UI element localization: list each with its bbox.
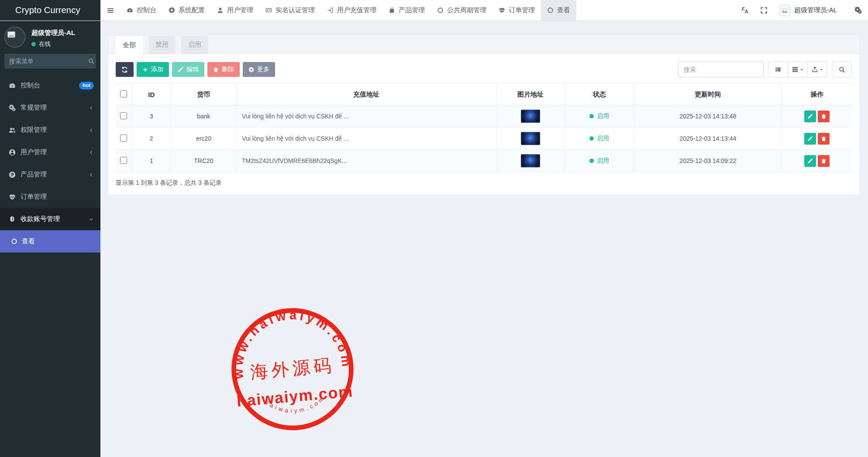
gear-icon xyxy=(169,7,175,14)
hamburger-icon xyxy=(107,7,114,14)
row-checkbox[interactable] xyxy=(120,157,127,164)
cell-status: 启用 xyxy=(565,150,634,172)
topnav-item-user-mgmt[interactable]: 用户管理 xyxy=(211,0,259,21)
avatar[interactable] xyxy=(779,5,790,16)
chevron-left-icon xyxy=(89,150,94,155)
button-label: 编辑 xyxy=(186,66,199,73)
settings-cogs-button[interactable] xyxy=(854,7,862,14)
avatar[interactable] xyxy=(4,27,25,48)
coin-image[interactable] xyxy=(521,110,540,123)
column-header-status[interactable]: 状态 xyxy=(565,84,634,105)
topnav-item-realname-auth[interactable]: 实名认证管理 xyxy=(259,0,321,21)
edit-button[interactable]: 编辑 xyxy=(172,62,204,77)
sidebar-item-payment-account-mgmt[interactable]: 收款账号管理 xyxy=(0,208,100,230)
search-toggle-button[interactable] xyxy=(832,62,852,77)
record-summary: 显示第 1 到第 3 条记录，总共 3 条记录 xyxy=(116,179,852,187)
online-status: 在线 xyxy=(31,40,75,48)
topnav-label: 控制台 xyxy=(137,6,156,14)
cell-address: TM2tsZ42UVfVDMRE6E6Bh22qSgK... xyxy=(236,150,496,172)
table-row[interactable]: 1 TRC20 TM2tsZ42UVfVDMRE6E6Bh22qSgK... 启… xyxy=(116,150,852,172)
select-all-checkbox[interactable] xyxy=(120,90,127,97)
export-button[interactable] xyxy=(807,62,827,77)
row-checkbox[interactable] xyxy=(120,112,127,119)
tab-all[interactable]: 全部 xyxy=(116,36,143,54)
export-icon xyxy=(812,66,818,73)
button-label: 更多 xyxy=(257,66,269,73)
column-header-currency[interactable]: 货币 xyxy=(171,84,236,105)
cell-address: Vui lòng liên hệ với dịch vụ CSKH để ... xyxy=(236,105,496,128)
chevron-left-icon xyxy=(89,172,94,177)
cell-actions xyxy=(782,128,852,150)
refresh-icon xyxy=(121,66,128,73)
topnav-item-order-mgmt[interactable]: 订单管理 xyxy=(493,0,541,21)
sidebar-item-dashboard[interactable]: 控制台hot xyxy=(0,74,100,97)
sidebar-item-user-mgmt[interactable]: 用户管理 xyxy=(0,141,100,163)
translate-button[interactable] xyxy=(741,7,749,14)
caret-down-icon xyxy=(820,68,823,72)
list-detail-icon xyxy=(775,66,781,73)
fullscreen-button[interactable] xyxy=(760,7,768,14)
topnav-username[interactable]: 超级管理员-AL xyxy=(794,6,837,14)
table-search-input[interactable] xyxy=(678,62,764,77)
column-header-address[interactable]: 充值地址 xyxy=(236,84,496,105)
cell-image xyxy=(496,128,565,150)
tab-enabled[interactable]: 启用 xyxy=(181,36,208,54)
cell-image xyxy=(496,150,565,172)
sidebar-item-order-mgmt[interactable]: 订单管理 xyxy=(0,186,100,208)
delete-button[interactable]: 删除 xyxy=(207,62,240,77)
sidebar-toggle-button[interactable] xyxy=(100,0,121,21)
row-delete-button[interactable] xyxy=(818,111,830,122)
topnav-item-public-cycle[interactable]: 公共周期管理 xyxy=(431,0,493,21)
column-header-updated[interactable]: 更新时间 xyxy=(634,84,782,105)
topnav-item-product-mgmt[interactable]: 产品管理 xyxy=(382,0,431,21)
topnav-item-system-config[interactable]: 系统配置 xyxy=(162,0,211,21)
topnav-label: 订单管理 xyxy=(509,6,535,14)
coin-image[interactable] xyxy=(521,154,540,167)
sidebar-item-permission-mgmt[interactable]: 权限管理 xyxy=(0,119,100,141)
row-delete-button[interactable] xyxy=(818,133,830,145)
tab-disabled[interactable]: 禁用 xyxy=(148,36,176,54)
sidebar-item-general-mgmt[interactable]: 常规管理 xyxy=(0,97,100,119)
p-circle-icon xyxy=(8,171,16,178)
column-header-id[interactable]: ID xyxy=(132,84,171,105)
status-badge: 启用 xyxy=(597,157,609,165)
cell-actions xyxy=(782,105,852,128)
topnav-item-user-recharge[interactable]: 用户充值管理 xyxy=(321,0,382,21)
card-body: 添加 编辑 删除 更多 xyxy=(108,54,859,194)
row-delete-button[interactable] xyxy=(818,155,830,167)
circle-icon xyxy=(547,7,554,14)
watermark-main-text: haiwaiym.com xyxy=(236,383,354,410)
chevron-left-icon xyxy=(89,128,94,133)
table-row[interactable]: 3 bank Vui lòng liên hệ với dịch vụ CSKH… xyxy=(116,105,852,128)
cell-updated: 2025-12-03 14:13:48 xyxy=(634,105,782,128)
topnav-label: 实名认证管理 xyxy=(276,6,315,14)
row-edit-button[interactable] xyxy=(804,133,816,145)
sidebar-item-product-mgmt[interactable]: 产品管理 xyxy=(0,163,100,186)
cell-id: 2 xyxy=(132,128,171,150)
menu-label: 查看 xyxy=(22,237,35,246)
row-checkbox[interactable] xyxy=(120,135,127,142)
detail-view-button[interactable] xyxy=(768,62,788,77)
topnav-label: 查看 xyxy=(557,6,570,14)
more-button[interactable]: 更多 xyxy=(243,62,275,77)
topnav-item-dashboard[interactable]: 控制台 xyxy=(121,0,162,21)
add-button[interactable]: 添加 xyxy=(137,62,169,77)
hot-badge: hot xyxy=(79,82,94,90)
top-navbar: Crypto Currency 控制台 系统配置 用户管理 实名认证管理 用户充… xyxy=(0,0,868,21)
topnav-label: 用户充值管理 xyxy=(337,6,376,14)
column-header-image[interactable]: 图片地址 xyxy=(496,84,565,105)
column-header-actions: 操作 xyxy=(782,84,852,105)
coin-image[interactable] xyxy=(521,132,540,145)
refresh-button[interactable] xyxy=(116,62,134,77)
menu-search-input[interactable] xyxy=(9,58,88,65)
user-circle-icon xyxy=(8,149,16,156)
topnav-item-view[interactable]: 查看 xyxy=(541,0,576,21)
button-label: 添加 xyxy=(151,66,163,73)
table-row[interactable]: 2 erc20 Vui lòng liên hệ với dịch vụ CSK… xyxy=(116,128,852,150)
columns-button[interactable] xyxy=(788,62,808,77)
brand-title: Crypto Currency xyxy=(0,0,100,21)
sidebar-item-view[interactable]: 查看 xyxy=(0,230,100,253)
row-edit-button[interactable] xyxy=(804,155,816,167)
bitcoin-icon xyxy=(8,216,16,223)
row-edit-button[interactable] xyxy=(804,111,816,122)
